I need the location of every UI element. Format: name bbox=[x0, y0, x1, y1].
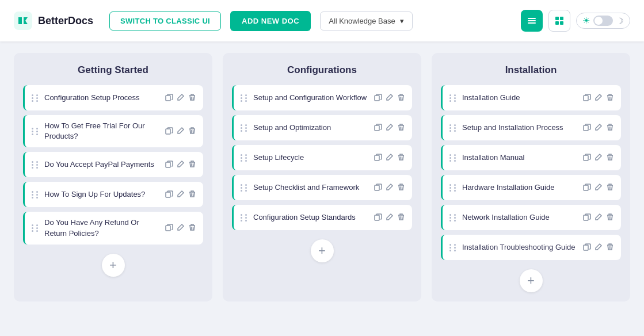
knowledge-base-dropdown[interactable]: All Knowledge Base ▾ bbox=[320, 12, 413, 30]
main-content: Getting StartedConfiguration Setup Proce… bbox=[0, 41, 644, 313]
add-doc-button-installation[interactable]: + bbox=[520, 269, 543, 292]
copy-icon[interactable] bbox=[165, 127, 173, 136]
svg-rect-4 bbox=[555, 17, 559, 20]
delete-icon[interactable] bbox=[188, 223, 196, 233]
copy-icon[interactable] bbox=[165, 93, 173, 103]
drag-handle-icon[interactable] bbox=[241, 184, 249, 192]
edit-icon[interactable] bbox=[595, 93, 603, 103]
copy-icon[interactable] bbox=[374, 153, 382, 163]
drag-handle-icon[interactable] bbox=[32, 224, 40, 232]
delete-icon[interactable] bbox=[606, 153, 614, 163]
drag-handle-icon[interactable] bbox=[241, 94, 249, 102]
copy-icon[interactable] bbox=[583, 243, 591, 253]
delete-icon[interactable] bbox=[188, 160, 196, 170]
doc-name: Setup Lifecycle bbox=[253, 152, 369, 163]
drag-handle-icon[interactable] bbox=[32, 161, 40, 169]
doc-actions bbox=[374, 123, 405, 133]
doc-list-installation: Installation GuideSetup and Installation… bbox=[441, 85, 621, 260]
doc-item: Setup and Optimization bbox=[232, 115, 412, 140]
add-new-doc-button[interactable]: ADD NEW DOC bbox=[230, 11, 311, 31]
svg-rect-23 bbox=[584, 245, 588, 250]
edit-icon[interactable] bbox=[177, 223, 185, 233]
edit-icon[interactable] bbox=[386, 123, 394, 133]
doc-name: Do You Have Any Refund Or Return Policie… bbox=[44, 217, 161, 238]
drag-handle-icon[interactable] bbox=[449, 214, 458, 222]
edit-icon[interactable] bbox=[595, 183, 603, 193]
edit-icon[interactable] bbox=[177, 190, 185, 200]
doc-name: Installation Guide bbox=[462, 93, 578, 103]
switch-classic-button[interactable]: SWITCH TO CLASSIC UI bbox=[109, 12, 221, 30]
delete-icon[interactable] bbox=[397, 213, 405, 223]
list-view-button[interactable] bbox=[521, 10, 543, 32]
delete-icon[interactable] bbox=[397, 183, 405, 193]
drag-handle-icon[interactable] bbox=[449, 244, 458, 251]
copy-icon[interactable] bbox=[583, 123, 591, 133]
copy-icon[interactable] bbox=[583, 153, 591, 163]
edit-icon[interactable] bbox=[386, 93, 394, 103]
theme-toggle[interactable]: ☀ ☽ bbox=[576, 13, 630, 29]
svg-rect-12 bbox=[166, 226, 170, 231]
logo-icon bbox=[14, 12, 32, 30]
copy-icon[interactable] bbox=[583, 93, 591, 103]
drag-handle-icon[interactable] bbox=[32, 191, 40, 198]
edit-icon[interactable] bbox=[595, 243, 603, 253]
copy-icon[interactable] bbox=[583, 213, 591, 223]
delete-icon[interactable] bbox=[397, 123, 405, 133]
edit-icon[interactable] bbox=[386, 183, 394, 193]
add-doc-button-getting-started[interactable]: + bbox=[102, 254, 125, 277]
edit-icon[interactable] bbox=[177, 127, 185, 136]
doc-actions bbox=[165, 127, 196, 136]
delete-icon[interactable] bbox=[606, 213, 614, 223]
edit-icon[interactable] bbox=[386, 153, 394, 163]
grid-view-button[interactable] bbox=[548, 10, 570, 32]
drag-handle-icon[interactable] bbox=[241, 214, 249, 222]
drag-handle-icon[interactable] bbox=[241, 124, 249, 132]
delete-icon[interactable] bbox=[188, 93, 196, 103]
delete-icon[interactable] bbox=[606, 243, 614, 253]
drag-handle-icon[interactable] bbox=[449, 154, 458, 162]
doc-name: Setup and Configuration Workflow bbox=[253, 93, 369, 103]
delete-icon[interactable] bbox=[606, 123, 614, 133]
svg-rect-18 bbox=[584, 96, 588, 101]
drag-handle-icon[interactable] bbox=[32, 94, 40, 102]
copy-icon[interactable] bbox=[165, 160, 173, 170]
edit-icon[interactable] bbox=[386, 213, 394, 223]
copy-icon[interactable] bbox=[583, 183, 591, 193]
copy-icon[interactable] bbox=[374, 123, 382, 133]
drag-handle-icon[interactable] bbox=[32, 128, 40, 135]
add-doc-button-configurations[interactable]: + bbox=[311, 239, 334, 262]
edit-icon[interactable] bbox=[595, 153, 603, 163]
drag-handle-icon[interactable] bbox=[449, 124, 458, 132]
delete-icon[interactable] bbox=[397, 93, 405, 103]
doc-actions bbox=[165, 93, 196, 103]
delete-icon[interactable] bbox=[397, 153, 405, 163]
svg-rect-3 bbox=[528, 22, 536, 24]
grid-icon bbox=[554, 16, 565, 26]
doc-actions bbox=[583, 123, 614, 133]
svg-rect-5 bbox=[560, 17, 563, 20]
copy-icon[interactable] bbox=[165, 223, 173, 233]
drag-handle-icon[interactable] bbox=[449, 94, 458, 102]
doc-actions bbox=[583, 93, 614, 103]
svg-rect-15 bbox=[375, 155, 379, 161]
edit-icon[interactable] bbox=[595, 123, 603, 133]
svg-rect-0 bbox=[14, 12, 32, 30]
delete-icon[interactable] bbox=[606, 183, 614, 193]
edit-icon[interactable] bbox=[177, 160, 185, 170]
edit-icon[interactable] bbox=[595, 213, 603, 223]
copy-icon[interactable] bbox=[374, 93, 382, 103]
doc-actions bbox=[583, 213, 614, 223]
copy-icon[interactable] bbox=[165, 190, 173, 200]
delete-icon[interactable] bbox=[188, 190, 196, 200]
delete-icon[interactable] bbox=[606, 93, 614, 103]
doc-actions bbox=[165, 223, 196, 233]
drag-handle-icon[interactable] bbox=[449, 184, 458, 192]
svg-rect-2 bbox=[528, 20, 536, 21]
doc-name: How To Sign Up For Updates? bbox=[44, 189, 161, 200]
edit-icon[interactable] bbox=[177, 93, 185, 103]
drag-handle-icon[interactable] bbox=[241, 154, 249, 162]
copy-icon[interactable] bbox=[374, 213, 382, 223]
svg-rect-1 bbox=[528, 18, 536, 19]
delete-icon[interactable] bbox=[188, 127, 196, 136]
copy-icon[interactable] bbox=[374, 183, 382, 193]
